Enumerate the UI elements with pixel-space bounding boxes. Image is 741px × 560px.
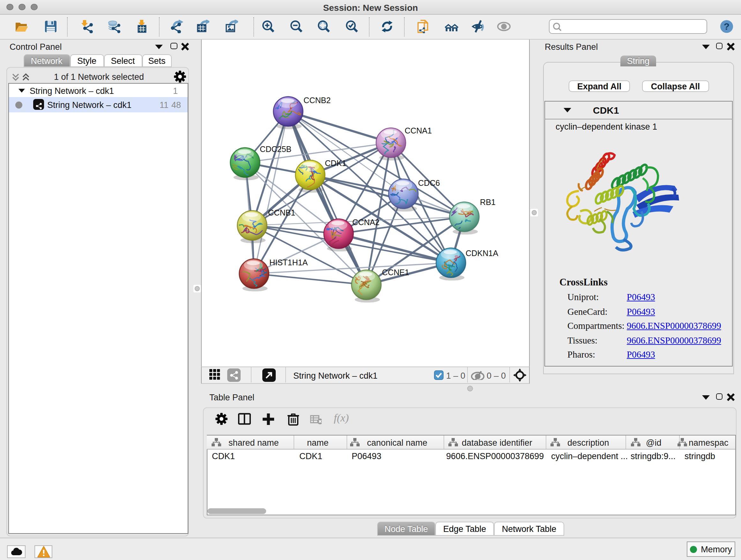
svg-text:RB1: RB1 (480, 198, 495, 206)
svg-text:CCNA2: CCNA2 (352, 218, 380, 227)
svg-text:CCNB1: CCNB1 (268, 208, 295, 217)
svg-text:CDC25B: CDC25B (260, 145, 291, 153)
svg-text:CDKN1A: CDKN1A (466, 249, 498, 258)
svg-text:CCNA1: CCNA1 (405, 126, 432, 135)
svg-text:HIST1H1A: HIST1H1A (269, 258, 308, 267)
svg-text:CDC6: CDC6 (418, 179, 440, 187)
svg-text:CDK1: CDK1 (325, 159, 346, 168)
svg-text:CCNB2: CCNB2 (304, 96, 331, 105)
svg-text:CCNE1: CCNE1 (382, 268, 409, 277)
svg-text:?: ? (724, 21, 729, 32)
